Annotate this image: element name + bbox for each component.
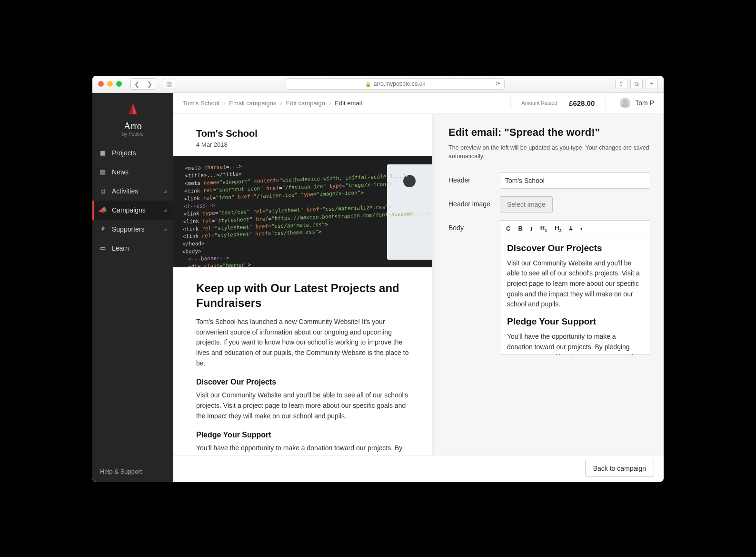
body-p1: Visit our Community Website and you'll b… <box>507 258 643 310</box>
minimize-icon[interactable] <box>107 81 113 87</box>
sidebar-item-label: News <box>112 168 129 176</box>
logo-name: Arro <box>92 121 173 132</box>
chevron-right-icon: ◢ <box>163 189 167 193</box>
projects-icon: ▦ <box>99 149 107 156</box>
body-toolbar: C B I H1 H2 # • <box>500 220 650 236</box>
campaigns-icon: 📣 <box>99 206 107 213</box>
tabs-icon[interactable]: ⧉ <box>630 79 643 89</box>
nav-list: ▦ Projects ▤ News ⌼ Activities ◢ 📣 Campa… <box>92 143 173 258</box>
chevron-right-icon: ◢ <box>163 227 167 232</box>
footer: Back to campaign <box>173 455 664 482</box>
topbar: Tom's School› Email campaigns› Edit camp… <box>173 93 664 114</box>
sidebar-item-label: Projects <box>112 149 136 157</box>
supporters-icon: ⚘ <box>99 225 107 233</box>
titlebar: ❮ ❯ ▥ 🔒 arro.mypebble.co.uk ⟳ ⇪ ⧉ + <box>92 76 664 93</box>
email-preview: Tom's School 4 Mar 2018 <meta charset=..… <box>173 114 435 455</box>
sidebar-item-news[interactable]: ▤ News <box>92 162 173 182</box>
refresh-icon[interactable]: ⟳ <box>496 81 500 87</box>
preview-headline: Keep up with Our Latest Projects and Fun… <box>196 281 409 310</box>
sidebar-item-projects[interactable]: ▦ Projects <box>92 143 173 162</box>
sidebar-item-label: Learn <box>112 244 129 252</box>
amount-raised: Amount Raised £628.00 <box>510 97 606 109</box>
back-to-campaign-button[interactable]: Back to campaign <box>585 460 654 477</box>
sidebar-item-label: Campaigns <box>112 206 146 214</box>
header-label: Header <box>448 172 500 184</box>
preview-s1-body: Visit our Community Website and you'll b… <box>196 390 409 421</box>
logo-icon <box>125 101 141 118</box>
body-label: Body <box>448 220 500 232</box>
sidebar-item-campaigns[interactable]: 📣 Campaigns ◢ <box>92 201 173 220</box>
news-icon: ▤ <box>99 168 107 175</box>
body-editor[interactable]: Discover Our Projects Visit our Communit… <box>500 236 650 355</box>
url-text: arro.mypebble.co.uk <box>374 81 426 87</box>
activities-icon: ⌼ <box>99 187 107 194</box>
preview-school: Tom's School <box>196 128 409 139</box>
back-button[interactable]: ❮ <box>131 79 143 89</box>
editor-title: Edit email: "Spread the word!" <box>448 126 650 139</box>
window-controls <box>98 81 122 87</box>
user-menu[interactable]: Tom P <box>617 98 654 108</box>
toolbar-h1[interactable]: H1 <box>540 224 547 233</box>
chevron-right-icon: ◢ <box>163 208 167 213</box>
header-image-preview: <meta charset=...> <title>...</title> <m… <box>173 156 432 267</box>
breadcrumb: Tom's School› Email campaigns› Edit camp… <box>183 100 362 107</box>
header-image-label: Header image <box>448 196 500 208</box>
sidebar: Arro by Pebble ▦ Projects ▤ News ⌼ Activ… <box>92 93 173 482</box>
zoom-icon[interactable] <box>116 81 122 87</box>
preview-s2-body: You'll have the opportunity to make a do… <box>196 443 409 455</box>
logo: Arro by Pebble <box>92 93 173 143</box>
main: Tom's School› Email campaigns› Edit camp… <box>173 93 664 482</box>
toolbar-code[interactable]: C <box>506 225 510 232</box>
sidebar-item-activities[interactable]: ⌼ Activities ◢ <box>92 182 173 201</box>
preview-date: 4 Mar 2018 <box>196 141 409 148</box>
address-bar[interactable]: 🔒 arro.mypebble.co.uk ⟳ <box>286 78 505 90</box>
close-icon[interactable] <box>98 81 104 87</box>
forward-button[interactable]: ❯ <box>143 79 156 89</box>
browser-window: ❮ ❯ ▥ 🔒 arro.mypebble.co.uk ⟳ ⇪ ⧉ + <box>92 76 664 482</box>
toolbar-bullet[interactable]: • <box>580 225 583 232</box>
header-input[interactable] <box>500 172 650 189</box>
crumb[interactable]: Edit campaign <box>286 100 325 107</box>
nav-buttons: ❮ ❯ <box>130 78 156 90</box>
preview-s1-title: Discover Our Projects <box>196 378 409 386</box>
body-h1: Discover Our Projects <box>507 243 643 253</box>
amount-value: £628.00 <box>569 99 595 107</box>
help-link[interactable]: Help & Support <box>92 461 173 482</box>
body-p2: You'll have the opportunity to make a do… <box>507 332 643 355</box>
new-tab-button[interactable]: + <box>646 79 658 89</box>
crumb-current: Edit email <box>335 100 362 107</box>
sidebar-item-label: Activities <box>112 187 138 195</box>
toolbar-italic[interactable]: I <box>530 225 533 233</box>
amount-label: Amount Raised <box>521 100 557 106</box>
editor-hint: The preview on the left will be updated … <box>448 143 650 162</box>
toolbar-bold[interactable]: B <box>518 225 522 232</box>
lock-icon: 🔒 <box>365 81 371 87</box>
body-h2: Pledge Your Support <box>507 316 643 327</box>
preview-intro: Tom's School has launched a new Communit… <box>196 317 409 368</box>
sidebar-item-learn[interactable]: ▭ Learn <box>92 239 173 258</box>
sidebar-item-label: Supporters <box>112 225 144 233</box>
crumb[interactable]: Tom's School <box>183 100 219 107</box>
share-icon[interactable]: ⇪ <box>615 79 627 89</box>
avatar-icon <box>620 98 630 108</box>
sidebar-item-supporters[interactable]: ⚘ Supporters ◢ <box>92 220 173 239</box>
select-image-button[interactable]: Select image <box>500 196 553 213</box>
user-name: Tom P <box>635 99 654 107</box>
learn-icon: ▭ <box>99 244 107 252</box>
toolbar-hash[interactable]: # <box>569 225 573 232</box>
crumb[interactable]: Email campaigns <box>229 100 276 107</box>
email-editor: Edit email: "Spread the word!" The previ… <box>435 114 664 455</box>
preview-s2-title: Pledge Your Support <box>196 431 409 439</box>
sidebar-toggle-icon[interactable]: ▥ <box>163 79 175 89</box>
logo-sub: by Pebble <box>92 132 173 137</box>
toolbar-h2[interactable]: H2 <box>555 224 561 233</box>
